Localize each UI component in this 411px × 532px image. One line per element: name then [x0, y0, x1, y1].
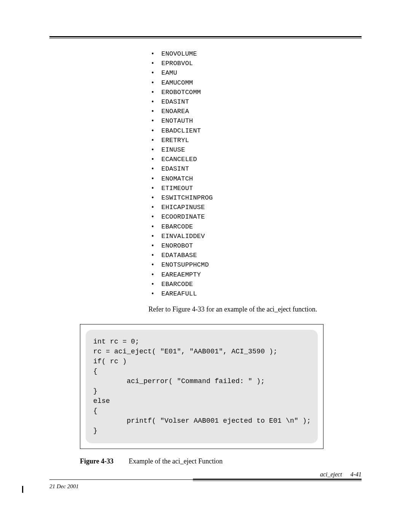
list-item: ENOTSUPPHCMD	[148, 260, 362, 270]
code-example: int rc = 0; rc = aci_eject( "E01", "AAB0…	[86, 330, 318, 443]
list-item: EINUSE	[148, 145, 362, 155]
list-item: EHICAPINUSE	[148, 203, 362, 212]
list-item: ENOAREA	[148, 107, 362, 116]
footer-rule-double	[193, 479, 362, 481]
list-item: ENOROBOT	[148, 241, 362, 251]
list-item: EAREAEMPTY	[148, 270, 362, 280]
list-item: ENOVOLUME	[148, 49, 362, 59]
footer-section: aci_eject	[320, 471, 342, 478]
page-footer: aci_eject 4-41 21 Dec 2001	[49, 478, 362, 490]
list-item: EINVALIDDEV	[148, 232, 362, 241]
list-item: EDATABASE	[148, 251, 362, 260]
figure-label: Figure 4-33	[80, 457, 113, 465]
figure-caption: Figure 4-33Example of the aci_eject Func…	[80, 457, 362, 465]
list-item: ETIMEOUT	[148, 184, 362, 193]
list-item: ECOORDINATE	[148, 212, 362, 222]
list-item: EAMU	[148, 68, 362, 78]
list-item: ESWITCHINPROG	[148, 193, 362, 203]
footer-date: 21 Dec 2001	[49, 483, 79, 490]
footer-rule-single	[49, 479, 193, 480]
list-item: ENOTAUTH	[148, 116, 362, 126]
footer-right: aci_eject 4-41	[320, 471, 362, 478]
list-item: EROBOTCOMM	[148, 88, 362, 97]
error-code-list: ENOVOLUME EPROBVOL EAMU EAMUCOMM EROBOTC…	[148, 49, 362, 299]
list-item: EPROBVOL	[148, 59, 362, 68]
list-item: EBARCODE	[148, 222, 362, 232]
list-item: EAREAFULL	[148, 289, 362, 299]
code-example-frame: int rc = 0; rc = aci_eject( "E01", "AAB0…	[80, 324, 323, 449]
refer-text: Refer to Figure 4-33 for an example of t…	[148, 305, 362, 313]
list-item: EBARCODE	[148, 280, 362, 289]
footer-rule	[49, 478, 362, 482]
list-item: EBADCLIENT	[148, 126, 362, 136]
footer-page-number: 4-41	[350, 471, 362, 478]
list-item: EDASINT	[148, 164, 362, 174]
list-item: EDASINT	[148, 97, 362, 107]
list-item: ERETRYL	[148, 136, 362, 145]
page-content: ENOVOLUME EPROBVOL EAMU EAMUCOMM EROBOTC…	[49, 36, 362, 465]
figure-caption-text: Example of the aci_eject Function	[129, 457, 223, 465]
list-item: EAMUCOMM	[148, 78, 362, 88]
list-item: ECANCELED	[148, 155, 362, 164]
change-bar	[22, 486, 23, 493]
list-item: ENOMATCH	[148, 174, 362, 184]
top-double-rule	[49, 36, 362, 38]
